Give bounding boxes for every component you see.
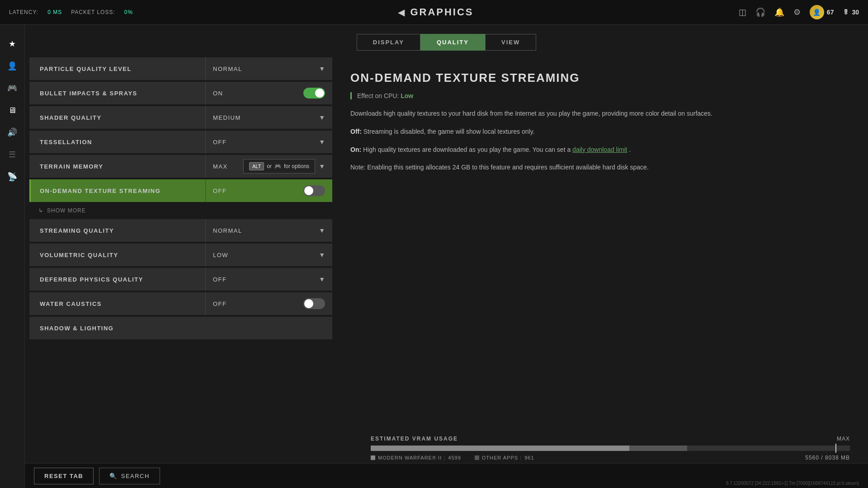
- grid-icon[interactable]: ◫: [739, 7, 746, 17]
- setting-value-bullet-impacts: ON: [206, 88, 332, 99]
- setting-value-particle-quality: NORMAL ▼: [206, 65, 332, 72]
- tab-view[interactable]: VIEW: [485, 34, 536, 51]
- info-title: ON-DEMAND TEXTURE STREAMING: [350, 71, 850, 85]
- vram-legend: MODERN WARFARE® II : 4599 OTHER APPS : 9…: [371, 455, 850, 461]
- setting-row-particle-quality[interactable]: PARTICLE QUALITY LEVEL NORMAL ▼: [29, 57, 332, 80]
- vram-bar-container: [371, 446, 850, 451]
- avatar: 👤: [810, 5, 824, 19]
- setting-label-ondemand-texture: ON-DEMAND TEXTURE STREAMING: [31, 188, 205, 194]
- toggle-ondemand-texture[interactable]: [303, 185, 325, 196]
- setting-value-text-water: OFF: [213, 300, 227, 307]
- vram-bar-other: [629, 446, 687, 451]
- tab-display[interactable]: DISPLAY: [357, 34, 420, 51]
- show-more-label: SHOW MORE: [47, 207, 86, 214]
- setting-label-bullet-impacts: BULLET IMPACTS & SPRAYS: [31, 90, 205, 97]
- setting-value-ondemand-texture: OFF: [206, 185, 332, 196]
- avatar-container: 👤 67: [810, 5, 834, 19]
- setting-value-deferred-physics: OFF ▼: [206, 276, 332, 283]
- tab-nav: DISPLAY QUALITY VIEW: [25, 25, 868, 57]
- sidebar-item-star[interactable]: ★: [2, 34, 22, 54]
- setting-row-deferred-physics[interactable]: DEFERRED PHYSICS QUALITY OFF ▼: [29, 268, 332, 291]
- setting-value-text-shader: MEDIUM: [213, 114, 241, 121]
- alt-key-badge: ALT: [249, 162, 264, 170]
- sidebar-item-audio[interactable]: 🔊: [2, 122, 22, 142]
- setting-value-shader-quality: MEDIUM ▼: [206, 114, 332, 121]
- tooltip-suffix: for options: [284, 163, 309, 169]
- setting-value-text-ondemand: OFF: [213, 188, 227, 194]
- info-description: Downloads high quality textures to your …: [350, 108, 850, 119]
- setting-row-volumetric-quality[interactable]: VOLUMETRIC QUALITY LOW ▼: [29, 244, 332, 266]
- toggle-bullet-impacts[interactable]: [303, 88, 325, 99]
- show-more-row[interactable]: ↳ SHOW MORE: [29, 204, 332, 217]
- search-button[interactable]: 🔍 SEARCH: [99, 468, 160, 484]
- search-button-label: SEARCH: [121, 473, 150, 479]
- reset-tab-button[interactable]: RESET TAB: [34, 468, 94, 484]
- chevron-down-icon: ▼: [319, 114, 325, 121]
- vram-mw-label: MODERN WARFARE® II :: [378, 455, 445, 460]
- setting-label-water-caustics: WATER CAUSTICS: [31, 300, 205, 307]
- setting-row-bullet-impacts[interactable]: BULLET IMPACTS & SPRAYS ON: [29, 82, 332, 104]
- credits-display: 🎖 30: [843, 9, 859, 16]
- toggle-water-caustics[interactable]: [303, 298, 325, 309]
- headset-icon[interactable]: 🎧: [755, 7, 765, 17]
- show-more-arrow: ↳: [38, 207, 43, 214]
- setting-row-shader-quality[interactable]: SHADER QUALITY MEDIUM ▼: [29, 106, 332, 129]
- setting-row-terrain-memory[interactable]: TERRAIN MEMORY MAX ▼ ALT or 🎮 for option…: [29, 155, 332, 178]
- vram-max-label: MAX: [837, 436, 850, 442]
- sidebar-item-list[interactable]: ☰: [2, 145, 22, 164]
- sidebar-item-person[interactable]: 👤: [2, 56, 22, 76]
- vram-bar-mw: [371, 446, 629, 451]
- latency-label: LATENCY:: [9, 9, 38, 15]
- daily-limit-link[interactable]: daily download limit: [572, 146, 627, 153]
- setting-row-shadow-lighting[interactable]: SHADOW & LIGHTING: [29, 317, 332, 339]
- credits-value: 30: [852, 9, 859, 16]
- setting-value-text-streaming: NORMAL: [213, 227, 242, 234]
- setting-row-streaming-quality[interactable]: STREAMING QUALITY NORMAL ▼: [29, 219, 332, 242]
- topbar-right: ◫ 🎧 🔔 ⚙ 👤 67 🎖 30: [739, 5, 859, 19]
- chevron-down-icon: ▼: [319, 163, 325, 170]
- legend-dot-mw: [371, 455, 375, 460]
- vram-other-label: OTHER APPS :: [482, 455, 522, 460]
- setting-value-streaming-quality: NORMAL ▼: [206, 227, 332, 234]
- info-note: Note: Enabling this setting allocates 24…: [350, 162, 850, 173]
- setting-value-text-volumetric: LOW: [213, 252, 228, 258]
- sidebar-item-display[interactable]: 🖥: [2, 100, 22, 120]
- on-label: On:: [350, 146, 361, 153]
- setting-value-text-tessellation: OFF: [213, 139, 227, 145]
- setting-value-text-particle: NORMAL: [213, 66, 242, 72]
- back-arrow-icon[interactable]: ◀: [398, 7, 405, 18]
- setting-value-tessellation: OFF ▼: [206, 138, 332, 145]
- vram-legend-mw: MODERN WARFARE® II : 4599: [371, 455, 461, 460]
- settings-panel: PARTICLE QUALITY LEVEL NORMAL ▼ BULLET I…: [25, 57, 332, 488]
- tab-quality[interactable]: QUALITY: [420, 34, 485, 51]
- setting-value-volumetric-quality: LOW ▼: [206, 251, 332, 258]
- toggle-knob: [315, 89, 324, 98]
- page-title: GRAPHICS: [410, 6, 473, 18]
- setting-label-tessellation: TESSELLATION: [31, 139, 205, 145]
- sidebar-item-controller[interactable]: 🎮: [2, 78, 22, 98]
- search-icon: 🔍: [109, 473, 118, 479]
- setting-row-tessellation[interactable]: TESSELLATION OFF ▼: [29, 131, 332, 153]
- cpu-effect-value: Low: [401, 92, 413, 99]
- chevron-down-icon: ▼: [319, 227, 325, 234]
- player-count: 67: [827, 9, 834, 16]
- setting-row-ondemand-texture[interactable]: ON-DEMAND TEXTURE STREAMING OFF: [29, 179, 332, 202]
- gear-icon[interactable]: ⚙: [793, 7, 801, 17]
- setting-row-water-caustics[interactable]: WATER CAUSTICS OFF: [29, 292, 332, 315]
- packet-loss-label: PACKET LOSS:: [71, 9, 115, 15]
- setting-label-volumetric-quality: VOLUMETRIC QUALITY: [31, 252, 205, 258]
- info-panel: ON-DEMAND TEXTURE STREAMING Effect on CP…: [332, 57, 868, 488]
- build-info: 9.7.13200072 [34:222:1681+1] Tm [7000][1…: [726, 481, 859, 486]
- info-off-description: Off: Streaming is disabled, the game wil…: [350, 127, 850, 137]
- bell-icon[interactable]: 🔔: [774, 7, 784, 17]
- setting-value-text-deferred: OFF: [213, 276, 227, 283]
- vram-mw-value: 4599: [448, 455, 461, 460]
- latency-value: 0 MS: [47, 9, 62, 15]
- vram-other-value: 961: [524, 455, 534, 460]
- toggle-knob: [304, 186, 313, 195]
- setting-label-terrain-memory: TERRAIN MEMORY: [31, 163, 205, 170]
- latency-info: LATENCY: 0 MS PACKET LOSS: 0%: [9, 9, 133, 15]
- sidebar: ★ 👤 🎮 🖥 🔊 ☰ 📡: [0, 25, 25, 488]
- tooltip-or-text: or: [267, 163, 272, 169]
- sidebar-item-wifi[interactable]: 📡: [2, 167, 22, 187]
